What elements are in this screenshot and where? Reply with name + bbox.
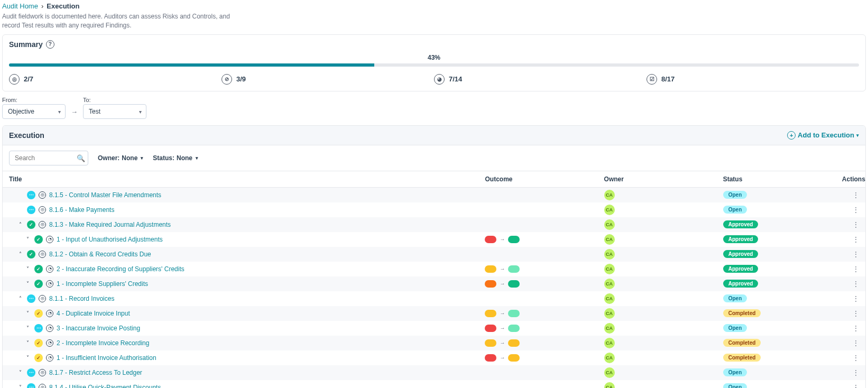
owner-cell: CA [604,205,723,215]
status-badge: Approved [723,265,759,273]
row-actions-menu[interactable]: ⋮ [842,280,859,288]
owner-avatar[interactable]: CA [604,264,615,274]
status-badge: Open [723,368,747,376]
chevron-up-icon[interactable]: ˄ [16,251,24,257]
owner-cell: CA [604,279,723,289]
row-title-link[interactable]: 1 - Incomplete Suppliers' Credits [57,280,148,288]
owner-avatar[interactable]: CA [604,323,615,334]
summary-metric-3: ☑8/17 [647,74,859,85]
to-label: To: [83,97,146,103]
help-icon[interactable]: ? [46,40,54,49]
owner-avatar[interactable]: CA [604,205,615,215]
col-owner: Owner [604,175,723,183]
table-header-row: Title Outcome Owner Status Actions [3,171,865,188]
row-actions-menu[interactable]: ⋮ [842,325,859,332]
row-actions-menu[interactable]: ⋮ [842,310,859,317]
chevron-down-icon[interactable]: ˅ [16,384,24,388]
breadcrumb-home-link[interactable]: Audit Home [2,2,38,10]
row-actions-menu[interactable]: ⋮ [842,265,859,273]
owner-avatar[interactable]: CA [604,279,615,289]
row-title-link[interactable]: 8.1.1 - Record Invoices [49,295,114,302]
outcome-to-dot [508,236,520,243]
row-actions-menu[interactable]: ⋮ [842,221,859,228]
chevron-up-icon[interactable]: ˄ [16,295,24,301]
row-title-link[interactable]: 8.1.4 - Utilise Quick-Payment Discounts [49,384,161,388]
summary-title: Summary [9,40,43,49]
add-to-execution-button[interactable]: + Add to Execution ▾ [787,131,859,140]
chevron-down-icon[interactable]: ˅ [24,310,31,316]
row-title-link[interactable]: 1 - Insufficient Invoice Authorisation [57,354,156,362]
search-icon[interactable]: 🔍 [77,154,85,162]
status-badge: Completed [723,354,761,362]
gauge-icon: ◔ [46,280,53,288]
outcome-from-dot [485,354,496,362]
target-icon: ◎ [39,295,46,302]
chevron-down-icon[interactable]: ˅ [24,281,31,287]
owner-avatar[interactable]: CA [604,249,615,260]
owner-cell: CA [604,234,723,245]
owner-avatar[interactable]: CA [604,234,615,245]
breadcrumb: Audit Home › Execution [2,2,866,10]
row-actions-menu[interactable]: ⋮ [842,369,859,376]
row-title-link[interactable]: 2 - Incomplete Invoice Recording [57,339,149,347]
row-title-link[interactable]: 8.1.6 - Make Payments [49,206,114,214]
status-badge: Completed [723,309,761,317]
table-row: ˅✓◔2 - Inaccurate Recording of Suppliers… [3,262,865,276]
table-row: ˅✓◔1 - Incomplete Suppliers' Credits→CAA… [3,276,865,291]
state-indicator-icon: ✓ [34,235,43,244]
owner-avatar[interactable]: CA [604,219,615,230]
outcome-from-dot [485,310,496,317]
table-row: ˄✓◎8.1.3 - Make Required Journal Adjustm… [3,217,865,232]
row-actions-menu[interactable]: ⋮ [842,354,859,362]
table-row: ˅✓◔4 - Duplicate Invoice Input→CAComplet… [3,306,865,321]
execution-title: Execution [9,131,44,140]
owner-avatar[interactable]: CA [604,353,615,363]
chevron-down-icon[interactable]: ˅ [16,369,24,375]
row-actions-menu[interactable]: ⋮ [842,384,859,388]
owner-avatar[interactable]: CA [604,293,615,304]
row-actions-menu[interactable]: ⋮ [842,295,859,302]
chevron-up-icon[interactable]: ˄ [16,221,24,227]
row-actions-menu[interactable]: ⋮ [842,251,859,258]
owner-avatar[interactable]: CA [604,338,615,348]
row-title-link[interactable]: 8.1.7 - Restrict Access To Ledger [49,369,142,376]
outcome-from-dot [485,280,496,288]
outcome-to-dot [508,354,520,362]
status-cell: Open [723,383,842,388]
chevron-down-icon[interactable]: ˅ [24,340,31,346]
owner-cell: CA [604,382,723,388]
outcome-cell: → [485,325,604,332]
chevron-down-icon[interactable]: ˅ [24,325,31,331]
metric-icon: ◕ [434,74,445,85]
status-filter[interactable]: Status: None [153,154,198,162]
owner-avatar[interactable]: CA [604,190,615,200]
state-indicator-icon: ⋯ [27,206,35,214]
row-title-link[interactable]: 1 - Input of Unauthorised Adjustments [57,236,163,243]
owner-avatar[interactable]: CA [604,367,615,378]
chevron-down-icon[interactable]: ˅ [24,266,31,272]
chevron-down-icon[interactable]: ˅ [24,236,31,242]
row-title-link[interactable]: 8.1.5 - Control Master File Amendments [49,191,161,199]
status-badge: Open [723,294,747,302]
row-actions-menu[interactable]: ⋮ [842,236,859,243]
row-title-link[interactable]: 2 - Inaccurate Recording of Suppliers' C… [57,265,184,273]
owner-avatar[interactable]: CA [604,308,615,319]
status-cell: Completed [723,354,842,362]
to-select[interactable]: Test [83,104,146,119]
chevron-down-icon[interactable]: ˅ [24,355,31,361]
row-title-link[interactable]: 3 - Inaccurate Invoice Posting [57,325,140,332]
owner-filter[interactable]: Owner: None [98,154,143,162]
outcome-cell: → [485,354,604,362]
row-actions-menu[interactable]: ⋮ [842,206,859,214]
row-actions-menu[interactable]: ⋮ [842,339,859,347]
from-select[interactable]: Objective [2,104,66,119]
state-indicator-icon: ⋯ [27,294,35,303]
row-actions-menu[interactable]: ⋮ [842,191,859,199]
gauge-icon: ◔ [46,339,53,347]
state-indicator-icon: ⋯ [27,383,35,388]
row-title-link[interactable]: 4 - Duplicate Invoice Input [57,310,130,317]
row-title-link[interactable]: 8.1.2 - Obtain & Record Credits Due [49,251,151,258]
row-title-link[interactable]: 8.1.3 - Make Required Journal Adjustment… [49,221,171,228]
owner-avatar[interactable]: CA [604,382,615,388]
table-row: ˅⋯◎8.1.7 - Restrict Access To LedgerCAOp… [3,365,865,380]
